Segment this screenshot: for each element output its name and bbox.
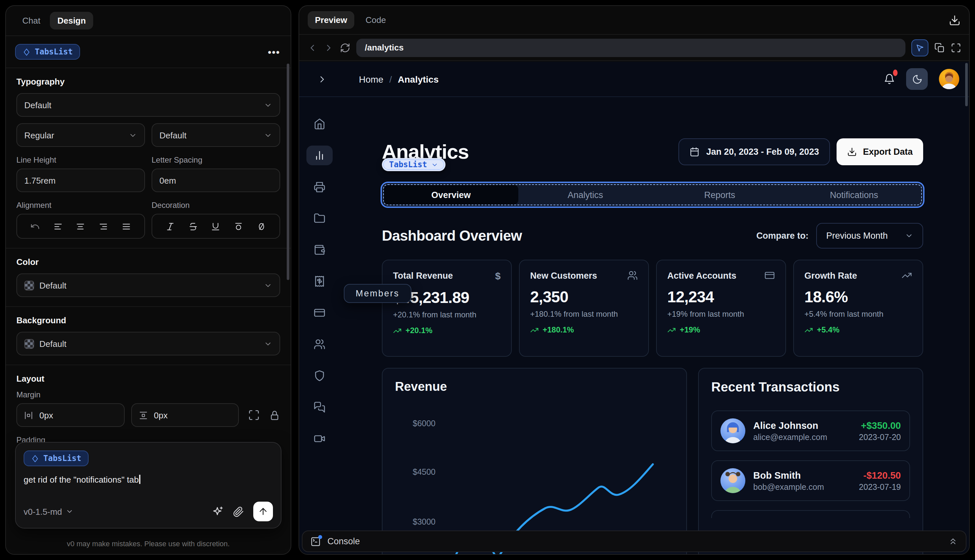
- rail-invoices[interactable]: [306, 272, 333, 291]
- rail-home[interactable]: [306, 114, 333, 134]
- color-select[interactable]: Default: [17, 273, 280, 297]
- tab-code[interactable]: Code: [358, 11, 393, 29]
- margin-row: 0px 0px: [17, 403, 280, 427]
- forward-icon[interactable]: [324, 42, 334, 53]
- rail-reports[interactable]: [306, 177, 333, 197]
- stat-card-active-accounts: Active Accounts 12,234 +19% from last mo…: [656, 260, 786, 357]
- transaction-row: Bob Smith bob@example.com -$120.50 2023-…: [711, 460, 910, 501]
- date-range-value: Jan 20, 2023 - Feb 09, 2023: [706, 147, 819, 157]
- strikethrough-icon[interactable]: [188, 221, 198, 231]
- italic-icon[interactable]: [165, 221, 175, 231]
- rail-files[interactable]: [306, 208, 333, 228]
- rail-cards[interactable]: [306, 303, 333, 323]
- letter-spacing-input[interactable]: 0em: [152, 168, 280, 192]
- overline-icon[interactable]: [234, 221, 244, 231]
- rail-wallet[interactable]: [306, 240, 333, 260]
- date-range-picker[interactable]: Jan 20, 2023 - Feb 09, 2023: [679, 138, 830, 165]
- font-weight-select[interactable]: Regular: [17, 123, 145, 147]
- notifications-button[interactable]: [884, 73, 895, 85]
- left-panel-tabs: Chat Design: [6, 6, 290, 36]
- composer-chip-label: TabsList: [43, 454, 81, 463]
- export-data-button[interactable]: Export Data: [836, 138, 923, 165]
- decoration-label: Decoration: [152, 201, 280, 210]
- align-left-icon[interactable]: [53, 221, 63, 231]
- breadcrumb: Home / Analytics: [359, 74, 439, 84]
- copy-icon[interactable]: [934, 42, 945, 53]
- underline-icon[interactable]: [211, 221, 221, 231]
- selected-element-chip[interactable]: TabsList: [15, 44, 80, 60]
- messages-icon: [314, 401, 326, 413]
- send-button[interactable]: [253, 502, 273, 521]
- user-avatar[interactable]: [939, 69, 959, 89]
- font-size-select[interactable]: Default: [152, 123, 280, 147]
- font-family-select[interactable]: Default: [17, 93, 280, 117]
- tab-analytics[interactable]: Analytics: [518, 185, 653, 205]
- tab-design[interactable]: Design: [50, 12, 93, 30]
- calendar-icon: [690, 147, 700, 157]
- tab-reports[interactable]: Reports: [653, 185, 787, 205]
- chevrons-up-icon[interactable]: [948, 537, 958, 546]
- avatar: [720, 468, 745, 493]
- stat-trend-value: +19%: [680, 325, 700, 335]
- bell-icon: [884, 73, 895, 85]
- composer-input[interactable]: get rid of the "notifications" tab: [23, 475, 273, 485]
- rail-video[interactable]: [306, 429, 333, 448]
- transaction-date: 2023-07-20: [859, 432, 901, 442]
- refresh-icon[interactable]: [340, 42, 351, 53]
- tab-chat[interactable]: Chat: [15, 12, 48, 30]
- preview-scrollbar[interactable]: [965, 63, 968, 106]
- no-decoration-icon[interactable]: [257, 221, 266, 231]
- stat-label: Total Revenue: [393, 271, 453, 281]
- lock-icon[interactable]: [269, 410, 280, 421]
- tab-notifications[interactable]: Notifications: [787, 185, 922, 205]
- paperclip-icon[interactable]: [233, 506, 244, 517]
- section-title: Dashboard Overview: [382, 227, 522, 244]
- align-center-icon[interactable]: [76, 221, 86, 231]
- download-icon[interactable]: [949, 14, 960, 26]
- inspect-pointer-button[interactable]: [912, 39, 928, 56]
- transaction-email: bob@example.com: [753, 482, 824, 492]
- line-height-input[interactable]: 1.75rem: [17, 168, 145, 192]
- more-options-icon[interactable]: •••: [268, 46, 280, 57]
- tab-overview[interactable]: Overview: [384, 185, 518, 205]
- rail-members[interactable]: [306, 335, 333, 354]
- model-name: v0-1.5-md: [23, 507, 62, 517]
- sidebar-toggle-icon[interactable]: [317, 74, 327, 84]
- theme-toggle-button[interactable]: [906, 68, 928, 90]
- rail-security[interactable]: [306, 366, 333, 385]
- undo-icon[interactable]: [30, 221, 40, 231]
- recent-transactions-card: Recent Transactions: [698, 368, 923, 554]
- model-selector[interactable]: v0-1.5-md: [23, 507, 73, 517]
- margin-y-input[interactable]: 0px: [131, 403, 239, 427]
- rail-analytics[interactable]: [306, 145, 333, 165]
- left-panel-scrollbar[interactable]: [287, 63, 289, 280]
- compare-select[interactable]: Previous Month: [816, 223, 923, 248]
- align-justify-icon[interactable]: [121, 221, 131, 231]
- chevron-down-icon: [264, 101, 272, 109]
- avatar-image: [939, 69, 959, 89]
- color-heading: Color: [17, 257, 280, 267]
- sparkles-icon[interactable]: [212, 505, 224, 517]
- folder-icon: [314, 212, 326, 224]
- fullscreen-icon[interactable]: [951, 42, 961, 53]
- typography-section: Typography Default Regular Default Line …: [6, 68, 290, 248]
- address-bar[interactable]: /analytics: [356, 38, 905, 57]
- transaction-row: Alice Johnson alice@example.com +$350.00…: [711, 410, 910, 451]
- align-right-icon[interactable]: [99, 221, 109, 231]
- background-value: Default: [39, 339, 259, 348]
- selection-badge-label: TabsList: [389, 160, 427, 169]
- stat-change: +5.4% from last month: [805, 310, 912, 319]
- margin-x-input[interactable]: 0px: [17, 403, 124, 427]
- tab-preview[interactable]: Preview: [308, 11, 354, 29]
- composer-context-chip[interactable]: TabsList: [23, 450, 88, 466]
- stat-trend-value: +180.1%: [543, 325, 574, 335]
- printer-icon: [314, 181, 326, 193]
- selection-badge[interactable]: TabsList: [382, 158, 446, 171]
- expand-values-icon[interactable]: [248, 409, 260, 421]
- rail-messages[interactable]: [306, 397, 333, 417]
- back-icon[interactable]: [307, 42, 317, 53]
- background-select[interactable]: Default: [17, 332, 280, 355]
- breadcrumb-home[interactable]: Home: [359, 74, 384, 84]
- console-bar[interactable]: Console: [302, 530, 967, 552]
- v0-workspace: Chat Design TabsList ••• Typography Defa…: [0, 0, 975, 560]
